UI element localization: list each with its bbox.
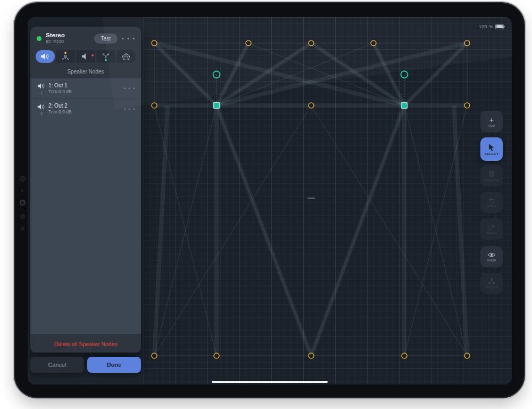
edge xyxy=(311,105,404,356)
speaker-nodes-panel: Stereo ID: #100 Test • • • xyxy=(30,27,141,353)
sensor-dot xyxy=(21,190,23,192)
tab-speaker-nodes[interactable] xyxy=(36,50,55,63)
speaker-node[interactable] xyxy=(152,40,157,46)
node-network xyxy=(144,17,512,385)
list-item-out-2[interactable]: 2 2: Out 2 Trim 0.0 dB • • • xyxy=(30,99,141,119)
cancel-button[interactable]: Cancel xyxy=(30,357,84,373)
node-trim: Trim 0.0 dB xyxy=(48,89,124,95)
panel-header: Stereo ID: #100 Test • • • xyxy=(30,27,141,48)
tab-junction-nodes[interactable] xyxy=(96,50,115,63)
beam xyxy=(217,43,467,105)
beam xyxy=(154,43,404,105)
speaker-icon xyxy=(37,83,46,89)
eye-icon xyxy=(487,252,496,258)
camera-lens xyxy=(20,200,26,206)
screen: 100 % Stereo ID: #100 Test • • • xyxy=(28,17,512,385)
spacemap-icon xyxy=(121,53,131,61)
node-canvas[interactable] xyxy=(144,17,512,385)
tab-muted-speaker-nodes[interactable] xyxy=(76,50,95,63)
node-title: 2: Out 2 xyxy=(48,103,124,109)
speaker-node[interactable] xyxy=(246,40,251,46)
panner-node-icon xyxy=(61,53,70,60)
camera-dot xyxy=(20,176,26,182)
test-button[interactable]: Test xyxy=(94,34,118,44)
status-bar: 100 % xyxy=(479,24,505,29)
tablet-frame: 100 % Stereo ID: #100 Test • • • xyxy=(15,3,524,397)
more-button[interactable]: • • • xyxy=(122,36,136,42)
node-number: 2 xyxy=(35,112,48,116)
tool-rail: + ADD SELECT DELETE UNDO xyxy=(480,17,503,385)
selected-speaker-node[interactable] xyxy=(214,103,220,109)
trash-icon xyxy=(488,170,495,177)
cursor-icon xyxy=(488,143,495,151)
view-tool-button[interactable]: VIEW xyxy=(480,246,503,267)
delete-all-button[interactable]: Delete all Speaker Nodes xyxy=(30,334,141,353)
speaker-node[interactable] xyxy=(214,353,219,358)
battery-icon xyxy=(495,24,505,29)
list-item-out-1[interactable]: 1 1: Out 1 Trim 0.0 dB • • • xyxy=(30,78,141,99)
done-button[interactable]: Done xyxy=(87,357,141,373)
speaker-icon xyxy=(40,53,50,60)
plus-icon: + xyxy=(489,116,494,123)
undo-icon xyxy=(488,197,495,203)
redo-tool-button[interactable]: REDO xyxy=(480,218,503,240)
camera-dot-2 xyxy=(20,214,25,219)
speaker-node[interactable] xyxy=(309,353,314,358)
row-more-button[interactable]: • • • xyxy=(124,86,136,91)
muted-speaker-icon xyxy=(81,53,90,60)
red-dot xyxy=(92,54,94,56)
speaker-node[interactable] xyxy=(309,103,314,108)
row-more-button[interactable]: • • • xyxy=(124,107,136,112)
node-title: 1: Out 1 xyxy=(48,83,124,89)
node-trim: Trim 0.0 dB xyxy=(48,109,124,115)
speaker-node[interactable] xyxy=(402,353,407,358)
node-number: 1 xyxy=(35,92,48,95)
status-dot xyxy=(37,36,41,41)
add-tool-button[interactable]: + ADD xyxy=(480,111,503,132)
battery-percent: 100 % xyxy=(479,24,493,29)
dialog-actions: Cancel Done xyxy=(30,357,141,373)
green-dot xyxy=(105,59,107,61)
triset-icon xyxy=(488,278,495,284)
speaker-node[interactable] xyxy=(464,40,470,46)
node-type-tabbar xyxy=(36,50,136,63)
selected-speaker-node[interactable] xyxy=(402,103,408,109)
speaker-node[interactable] xyxy=(309,40,314,46)
delete-tool-button[interactable]: DELETE xyxy=(480,165,503,186)
redo-icon xyxy=(488,224,495,230)
triset-tool-button[interactable]: TRISET xyxy=(480,273,503,294)
home-indicator[interactable] xyxy=(212,381,328,383)
speaker-node[interactable] xyxy=(152,103,157,108)
beam xyxy=(154,105,168,356)
speaker-node-list: 1 1: Out 1 Trim 0.0 dB • • • 2 xyxy=(30,78,141,334)
beam xyxy=(454,105,467,356)
speaker-node[interactable] xyxy=(371,40,376,46)
speaker-node[interactable] xyxy=(152,353,157,358)
edge xyxy=(217,105,311,356)
tab-panner-nodes[interactable] xyxy=(56,50,75,63)
speaker-node[interactable] xyxy=(464,353,470,358)
select-tool-button[interactable]: SELECT xyxy=(480,137,503,161)
sensor-dot-2 xyxy=(21,227,24,231)
yellow-dot xyxy=(64,52,66,54)
speaker-icon xyxy=(37,103,46,110)
speaker-node[interactable] xyxy=(464,103,470,108)
panel-title: Stereo xyxy=(46,32,94,39)
undo-tool-button[interactable]: UNDO xyxy=(480,192,503,213)
section-label: Speaker Nodes xyxy=(30,66,141,78)
panel-subtitle: ID: #100 xyxy=(46,39,94,45)
tab-spacemap[interactable] xyxy=(117,50,136,63)
